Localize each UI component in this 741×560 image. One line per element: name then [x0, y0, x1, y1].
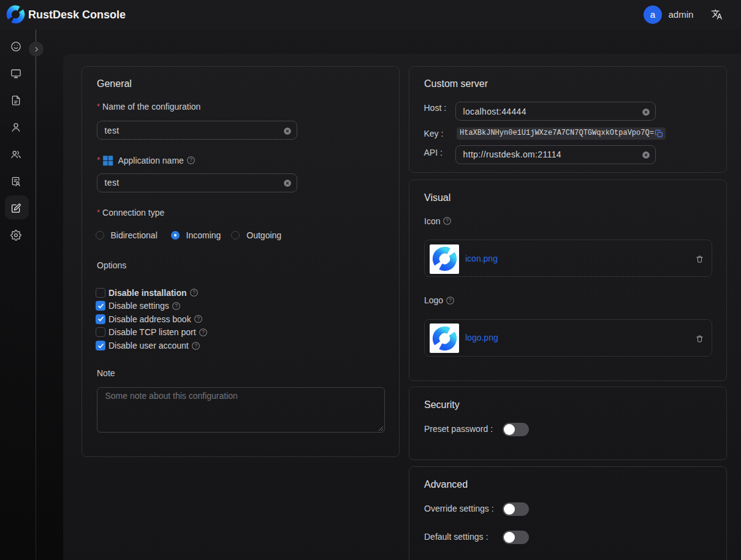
svg-text:?: ? [202, 329, 205, 335]
svg-text:?: ? [197, 316, 200, 322]
svg-text:?: ? [446, 218, 449, 224]
svg-text:?: ? [175, 303, 178, 309]
svg-text:?: ? [192, 289, 196, 295]
svg-text:?: ? [189, 157, 192, 163]
svg-text:?: ? [449, 297, 452, 303]
svg-text:?: ? [194, 342, 197, 349]
